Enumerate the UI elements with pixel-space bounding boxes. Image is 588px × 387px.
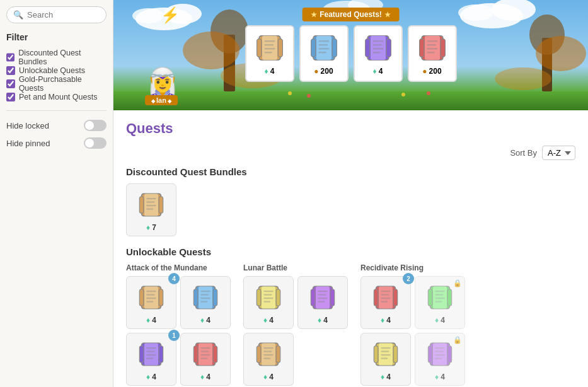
svg-rect-61 (146, 209, 153, 210)
svg-rect-53 (427, 52, 434, 53)
quest-card[interactable]: ♦ 4 (180, 276, 231, 329)
hero-card-price: ♦ 4 (373, 67, 383, 76)
gold-icon: ● (422, 67, 427, 76)
filter-item-discounted[interactable]: Discounted Quest Bundles (6, 49, 107, 66)
svg-rect-100 (263, 297, 273, 299)
hero-card-price: ● 200 (422, 67, 441, 76)
quest-card[interactable]: ♦ 4 (243, 276, 294, 329)
quest-card[interactable]: ♦ 4 (297, 276, 348, 329)
main: 🧝‍♀️ ⚡ ★ Featured Quests! ★ ♦ 4 (113, 0, 588, 387)
svg-rect-58 (146, 198, 156, 199)
svg-rect-65 (159, 289, 163, 306)
quest-card[interactable]: 🔒 ♦ 4 (415, 333, 465, 386)
gold-icon: ● (314, 67, 318, 76)
search-box[interactable]: 🔍 (6, 6, 107, 23)
svg-rect-25 (278, 39, 282, 57)
section-title: Discounted Quest Bundles (126, 166, 575, 177)
svg-rect-83 (146, 351, 154, 352)
svg-point-14 (183, 32, 239, 69)
svg-rect-68 (146, 297, 156, 299)
svg-point-18 (288, 91, 292, 95)
gem-icon: ♦ (318, 316, 321, 325)
quest-card[interactable]: 2 ♦ 4 (360, 276, 411, 329)
hero-quest-card[interactable]: ♦ 4 (245, 25, 294, 82)
gem-icon: ♦ (265, 67, 268, 76)
search-input[interactable] (27, 10, 100, 20)
filter-item-gold[interactable]: Gold-Purchasable Quests (6, 75, 107, 93)
svg-point-7 (458, 4, 493, 21)
svg-rect-113 (276, 346, 280, 362)
quest-card[interactable]: ♦ 4 (180, 333, 231, 386)
gem-icon: ♦ (200, 373, 204, 381)
quest-card[interactable]: 1 ♦ 4 (126, 333, 176, 386)
quest-card[interactable]: 4 ♦ 4 (126, 276, 176, 329)
quest-grid: ♦ 7 (126, 183, 575, 236)
svg-point-15 (536, 36, 586, 71)
svg-rect-96 (257, 289, 261, 306)
quest-card[interactable]: ♦ 7 (126, 183, 176, 236)
svg-rect-148 (435, 354, 444, 355)
quest-card[interactable]: ♦ 4 (243, 333, 294, 386)
svg-rect-59 (146, 202, 154, 203)
quest-card[interactable]: ♦ 4 (360, 333, 411, 386)
quest-card-price: ♦ 4 (263, 316, 274, 325)
quest-card-price: ♦ 4 (146, 373, 156, 381)
quest-card-price: ♦ 7 (146, 223, 156, 232)
divider (6, 110, 107, 111)
quest-card-price: ♦ 4 (318, 316, 328, 325)
sections-container: Discounted Quest Bundles ♦ 7 Unlockable … (126, 166, 575, 386)
svg-rect-146 (435, 347, 444, 349)
quest-card-image (370, 282, 401, 313)
svg-rect-98 (263, 291, 273, 292)
filter-checkbox-discounted[interactable] (6, 53, 14, 62)
quest-card[interactable]: 🔒 ♦ 4 (415, 276, 465, 329)
svg-rect-50 (427, 40, 437, 42)
svg-rect-91 (200, 351, 209, 352)
svg-rect-132 (435, 297, 444, 299)
svg-rect-48 (419, 39, 424, 57)
quest-card-price: ♦ 4 (381, 316, 391, 325)
hide-pinned-row: Hide pinned (6, 137, 107, 149)
hide-locked-toggle[interactable] (84, 120, 107, 131)
gem-icon: ♦ (146, 223, 150, 232)
svg-rect-26 (264, 40, 275, 42)
svg-rect-24 (257, 39, 261, 57)
svg-point-13 (529, 14, 565, 55)
svg-rect-93 (200, 358, 207, 359)
quest-card-image (253, 282, 284, 313)
filter-title: Filter (6, 32, 107, 42)
quest-card-image (135, 282, 167, 313)
quest-card-image (135, 189, 167, 221)
svg-rect-29 (264, 52, 272, 53)
svg-rect-107 (318, 294, 326, 296)
section-title: Unlockable Quests (126, 246, 575, 257)
lock-icon: 🔒 (453, 336, 462, 344)
svg-rect-36 (318, 48, 329, 49)
filter-item-pet[interactable]: Pet and Mount Quests (6, 93, 107, 101)
filter-checkbox-pet[interactable] (6, 93, 15, 101)
hero-quest-card[interactable]: ● 200 (408, 25, 457, 82)
svg-rect-123 (381, 294, 389, 296)
section: Unlockable QuestsAttack of the Mundane 4… (126, 246, 575, 386)
svg-point-21 (427, 91, 430, 95)
quest-card-price: ♦ 4 (435, 316, 445, 325)
svg-rect-90 (200, 347, 210, 349)
hero-quest-card[interactable]: ● 200 (299, 25, 349, 82)
svg-rect-33 (332, 39, 337, 57)
quest-group: Recidivate Rising 2 ♦ 4 � (360, 263, 465, 386)
filter-checkbox-unlockable[interactable] (6, 66, 15, 75)
hero-quest-card[interactable]: ♦ 4 (354, 25, 403, 82)
hide-pinned-toggle[interactable] (84, 137, 107, 149)
quest-card-price: ♦ 4 (200, 373, 210, 381)
quest-card-price: ♦ 4 (146, 316, 156, 325)
svg-rect-89 (213, 346, 217, 362)
svg-rect-124 (381, 297, 390, 299)
svg-rect-75 (200, 294, 209, 296)
svg-rect-35 (318, 44, 327, 45)
sort-select[interactable]: A-Z Z-A (542, 146, 575, 160)
filter-checkbox-gold[interactable] (6, 79, 15, 88)
svg-rect-57 (159, 197, 163, 213)
filter-item-unlockable[interactable]: Unlockable Quests (6, 66, 107, 75)
hero-card-image (417, 32, 447, 64)
npc-character: 🧝‍♀️ (144, 69, 182, 99)
